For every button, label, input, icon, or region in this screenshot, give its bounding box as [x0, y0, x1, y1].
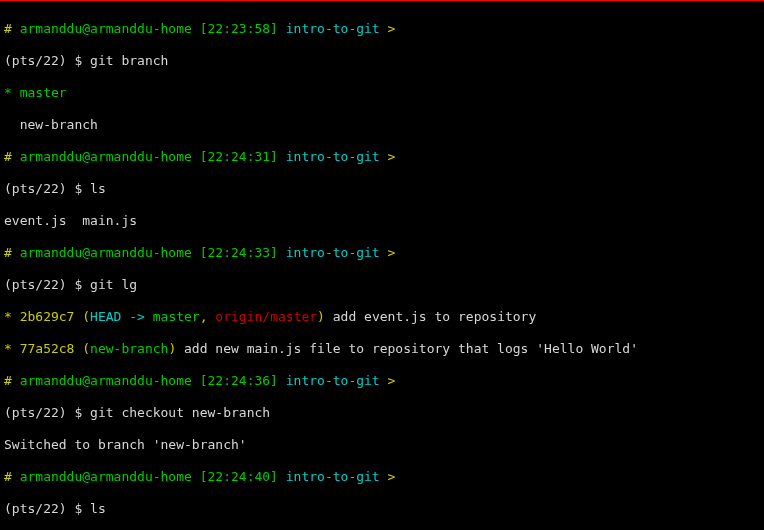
command-line: (pts/22) $ ls: [4, 501, 760, 517]
prompt-hash: #: [4, 21, 20, 36]
prompt-time: [22:23:58]: [200, 21, 286, 36]
log-line: * 2b629c7 (HEAD -> master, origin/master…: [4, 309, 760, 325]
commit-msg: add new main.js file to repository that …: [184, 341, 638, 356]
checkout-output: Switched to branch 'new-branch': [4, 437, 760, 453]
command-line: (pts/22) $ git checkout new-branch: [4, 405, 760, 421]
prompt-line: # armanddu@armanddu-home [22:24:33] intr…: [4, 245, 760, 261]
prompt-user: armanddu@armanddu-home: [20, 21, 200, 36]
commit-msg: add event.js to repository: [333, 309, 537, 324]
command-line: (pts/22) $ git lg: [4, 277, 760, 293]
branch-master: * master: [4, 85, 760, 101]
prompt-line: # armanddu@armanddu-home [22:24:40] intr…: [4, 469, 760, 485]
prompt-line: # armanddu@armanddu-home [22:23:58] intr…: [4, 21, 760, 37]
prompt-line: # armanddu@armanddu-home [22:24:36] intr…: [4, 373, 760, 389]
prompt-path: intro-to-git: [286, 21, 388, 36]
commit-sha: 2b629c7: [20, 309, 83, 324]
log-line: * 77a52c8 (new-branch) add new main.js f…: [4, 341, 760, 357]
prompt-line: # armanddu@armanddu-home [22:24:31] intr…: [4, 149, 760, 165]
command-line: (pts/22) $ ls: [4, 181, 760, 197]
commit-sha: 77a52c8: [20, 341, 83, 356]
terminal-output[interactable]: # armanddu@armanddu-home [22:23:58] intr…: [0, 0, 764, 530]
prompt-chevron: >: [388, 21, 396, 36]
command-line: (pts/22) $ git branch: [4, 53, 760, 69]
ls-output: event.js main.js: [4, 213, 760, 229]
branch-new: new-branch: [4, 117, 760, 133]
